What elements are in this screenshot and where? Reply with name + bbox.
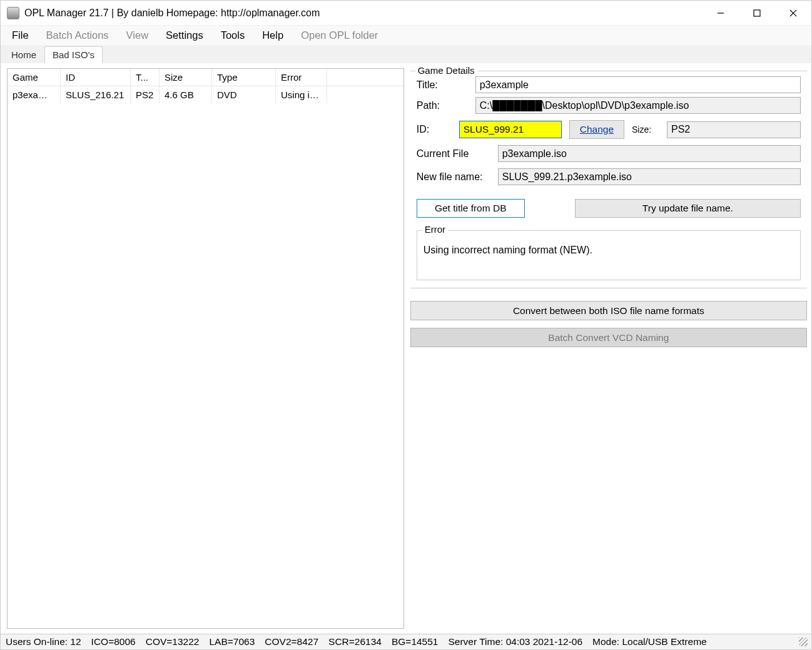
col-header-type[interactable]: Type	[212, 69, 276, 86]
menu-help[interactable]: Help	[262, 29, 283, 41]
menu-bar: File Batch Actions View Settings Tools H…	[1, 26, 811, 46]
col-header-id[interactable]: ID	[61, 69, 131, 86]
error-group: Error Using incorrect naming format (NEW…	[417, 230, 801, 280]
status-server-time: Server Time: 04:03 2021-12-06	[449, 636, 583, 647]
resize-grip-icon[interactable]	[799, 637, 808, 646]
cell-id: SLUS_216.21	[61, 86, 131, 103]
menu-view[interactable]: View	[126, 29, 148, 41]
path-input[interactable]	[475, 97, 801, 114]
tab-home[interactable]: Home	[3, 46, 44, 64]
title-label: Title:	[417, 79, 470, 91]
get-title-from-db-button[interactable]: Get title from DB	[417, 199, 525, 218]
cell-game: p3example	[8, 86, 61, 103]
status-cov2: COV2=8427	[265, 636, 318, 647]
status-users-online: Users On-line: 12	[6, 636, 81, 647]
col-header-game[interactable]: Game	[8, 69, 61, 86]
change-button[interactable]: Change	[569, 120, 624, 139]
title-input[interactable]	[475, 76, 801, 93]
convert-iso-name-formats-button[interactable]: Convert between both ISO file name forma…	[410, 301, 807, 320]
game-details-legend: Game Details	[415, 65, 477, 76]
window-title: OPL Manager 21.7 | By danielb Homepage: …	[24, 8, 320, 19]
error-text: Using incorrect naming format (NEW).	[424, 245, 794, 256]
close-button[interactable]	[775, 1, 811, 25]
cell-error: Using in...	[276, 86, 327, 103]
status-scr: SCR=26134	[328, 636, 382, 647]
maximize-button[interactable]	[739, 1, 775, 25]
id-input[interactable]	[459, 121, 562, 138]
game-details-group: Game Details Title: Path: ID: Change Siz…	[410, 71, 807, 288]
details-pane: Game Details Title: Path: ID: Change Siz…	[410, 68, 807, 629]
tab-bad-isos[interactable]: Bad ISO's	[44, 46, 103, 64]
maximize-icon	[753, 9, 761, 18]
cell-type: DVD	[212, 86, 276, 103]
title-bar: OPL Manager 21.7 | By danielb Homepage: …	[1, 1, 811, 26]
app-icon	[7, 7, 19, 19]
col-header-size[interactable]: Size	[160, 69, 212, 86]
svg-rect-1	[754, 10, 760, 16]
menu-tools[interactable]: Tools	[221, 29, 245, 41]
status-cov: COV=13222	[146, 636, 200, 647]
cell-size: 4.6 GB	[160, 86, 212, 103]
table-row[interactable]: p3example SLUS_216.21 PS2 4.6 GB DVD Usi…	[8, 86, 403, 104]
window-controls	[703, 1, 811, 25]
status-ico: ICO=8006	[91, 636, 136, 647]
status-lab: LAB=7063	[209, 636, 255, 647]
menu-settings[interactable]: Settings	[166, 29, 203, 41]
minimize-button[interactable]	[703, 1, 739, 25]
iso-list[interactable]: Game ID T... Size Type Error p3example S…	[7, 68, 404, 629]
batch-convert-vcd-button: Batch Convert VCD Naming	[410, 328, 807, 347]
error-legend: Error	[422, 224, 448, 235]
cell-tcol: PS2	[131, 86, 160, 103]
id-label: ID:	[417, 124, 452, 135]
size-label: Size:	[632, 124, 659, 135]
current-file-input[interactable]	[498, 145, 801, 162]
close-icon	[789, 9, 798, 18]
size-input[interactable]	[667, 121, 801, 138]
minimize-icon	[716, 9, 725, 18]
status-mode: Mode: Local/USB Extreme	[592, 636, 707, 647]
try-update-filename-button[interactable]: Try update file name.	[575, 199, 801, 218]
menu-open-opl-folder[interactable]: Open OPL folder	[301, 29, 378, 41]
grid-header: Game ID T... Size Type Error	[8, 69, 403, 86]
main-content: Game ID T... Size Type Error p3example S…	[1, 63, 811, 634]
col-header-type-short[interactable]: T...	[131, 69, 160, 86]
menu-file[interactable]: File	[12, 29, 29, 41]
new-file-label: New file name:	[417, 171, 493, 183]
col-header-error[interactable]: Error	[276, 69, 327, 86]
menu-batch-actions[interactable]: Batch Actions	[46, 29, 109, 41]
path-label: Path:	[417, 100, 470, 111]
status-bar: Users On-line: 12 ICO=8006 COV=13222 LAB…	[1, 634, 811, 649]
current-file-label: Current File	[417, 148, 493, 160]
new-file-input[interactable]	[498, 168, 801, 185]
status-bg: BG=14551	[392, 636, 439, 647]
tab-bar: Home Bad ISO's	[1, 46, 811, 63]
